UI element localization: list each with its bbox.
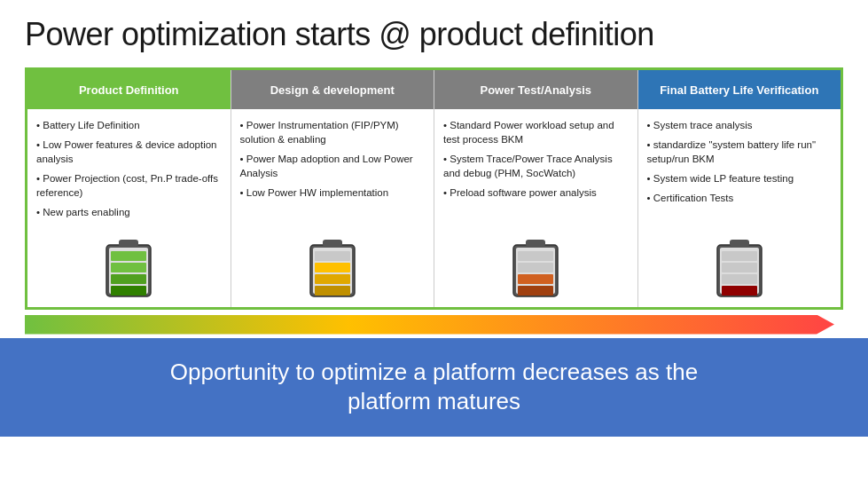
battery-row-power-test-analysis xyxy=(434,231,637,307)
svg-rect-12 xyxy=(315,263,350,272)
svg-rect-3 xyxy=(111,286,146,296)
list-item: System Trace/Power Trace Analysis and de… xyxy=(443,152,629,180)
banner-line1: Opportunity to optimize a platform decre… xyxy=(170,359,698,385)
list-item: System trace analysis xyxy=(647,118,833,132)
col-body-design-development: Power Instrumentation (FIP/PYM) solution… xyxy=(231,109,434,231)
col-design-development: Design & developmentPower Instrumentatio… xyxy=(231,70,435,307)
svg-rect-24 xyxy=(722,286,757,296)
col-final-battery-life: Final Battery Life VerificationSystem tr… xyxy=(638,70,841,307)
list-item: Battery Life Definition xyxy=(36,118,222,132)
list-item: Power Projection (cost, Pn.P trade-offs … xyxy=(36,171,222,200)
col-product-definition: Product DefinitionBattery Life Definitio… xyxy=(27,70,231,307)
battery-icon-final-battery-life xyxy=(714,238,765,298)
list-item: standardize "system battery life run" se… xyxy=(647,138,833,166)
banner-line2: platform matures xyxy=(348,388,520,414)
list-item: Preload software power analysis xyxy=(443,185,629,200)
col-header-final-battery-life: Final Battery Life Verification xyxy=(638,70,841,109)
battery-row-final-battery-life xyxy=(638,231,841,307)
arrow-bar xyxy=(25,315,834,335)
svg-rect-15 xyxy=(526,240,545,247)
col-body-final-battery-life: System trace analysisstandardize "system… xyxy=(638,109,841,231)
battery-icon-design-development xyxy=(307,238,358,298)
svg-rect-8 xyxy=(323,240,342,247)
battery-row-product-definition xyxy=(27,231,231,307)
svg-rect-22 xyxy=(730,240,749,247)
battery-row-design-development xyxy=(231,231,434,307)
svg-rect-27 xyxy=(722,251,757,261)
battery-icon-product-definition xyxy=(103,238,154,298)
svg-rect-11 xyxy=(315,274,350,284)
list-item: System wide LP feature testing xyxy=(647,171,833,185)
col-body-product-definition: Battery Life DefinitionLow Power feature… xyxy=(27,109,231,231)
svg-rect-18 xyxy=(518,274,553,284)
main-title: Power optimization starts @ product defi… xyxy=(25,16,843,53)
list-item: Power Map adoption and Low Power Analysi… xyxy=(240,152,426,180)
svg-rect-19 xyxy=(518,263,553,272)
list-item: Standard Power workload setup and test p… xyxy=(443,118,629,146)
svg-rect-25 xyxy=(722,274,757,284)
col-header-product-definition: Product Definition xyxy=(27,70,231,109)
bottom-banner: Opportunity to optimize a platform decre… xyxy=(0,338,868,438)
list-item: Certification Tests xyxy=(647,191,833,205)
col-body-power-test-analysis: Standard Power workload setup and test p… xyxy=(434,109,637,231)
svg-rect-10 xyxy=(315,286,350,296)
svg-rect-6 xyxy=(111,251,146,261)
list-item: Low Power HW implementation xyxy=(240,185,426,200)
svg-rect-13 xyxy=(315,251,350,261)
svg-rect-5 xyxy=(111,263,146,272)
comparison-table: Product DefinitionBattery Life Definitio… xyxy=(25,67,843,310)
col-power-test-analysis: Power Test/AnalysisStandard Power worklo… xyxy=(434,70,638,307)
svg-rect-26 xyxy=(722,263,757,272)
svg-rect-4 xyxy=(111,274,146,284)
list-item: Low Power features & device adoption ana… xyxy=(36,138,222,166)
col-header-power-test-analysis: Power Test/Analysis xyxy=(434,70,637,109)
svg-rect-1 xyxy=(119,240,138,247)
svg-rect-17 xyxy=(518,286,553,296)
bottom-banner-text: Opportunity to optimize a platform decre… xyxy=(25,358,843,418)
svg-rect-20 xyxy=(518,251,553,261)
list-item: Power Instrumentation (FIP/PYM) solution… xyxy=(240,118,426,146)
arrow-bar-container xyxy=(25,312,843,338)
slide: Power optimization starts @ product defi… xyxy=(0,0,868,489)
battery-icon-power-test-analysis xyxy=(510,238,561,298)
list-item: New parts enabling xyxy=(36,205,222,219)
col-header-design-development: Design & development xyxy=(231,70,434,109)
